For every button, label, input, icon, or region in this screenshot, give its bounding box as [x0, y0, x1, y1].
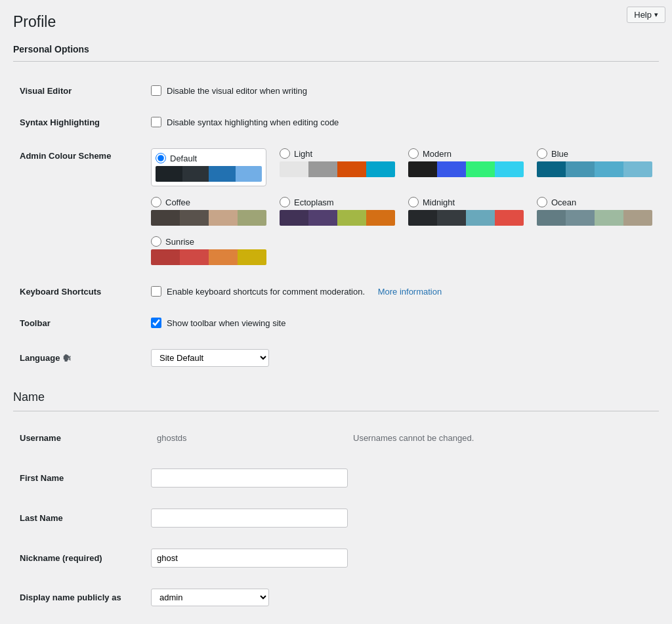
last-name-input[interactable]	[151, 509, 348, 528]
toolbar-row: Toolbar Show toolbar when viewing site	[13, 307, 659, 339]
display-name-select[interactable]: admin ghostds ghost	[151, 589, 269, 606]
scheme-sunrise-radio[interactable]	[151, 236, 161, 247]
visual-editor-checkbox[interactable]	[151, 85, 161, 96]
scheme-coffee-radio[interactable]	[151, 197, 161, 207]
scheme-light-radio[interactable]	[280, 148, 290, 159]
scheme-coffee-swatch	[151, 210, 266, 226]
page-title: Profile	[13, 13, 659, 31]
colour-scheme-grid: Default	[151, 148, 652, 265]
scheme-midnight-name: Midnight	[423, 198, 455, 207]
username-field-row: Usernames cannot be changed.	[151, 428, 652, 447]
username-note: Usernames cannot be changed.	[353, 433, 474, 443]
scheme-blue-swatch	[537, 161, 652, 177]
scheme-ectoplasm[interactable]: Ectoplasm	[280, 197, 395, 226]
scheme-coffee[interactable]: Coffee	[151, 197, 266, 226]
username-label: Username	[13, 418, 144, 458]
scheme-midnight-swatch	[408, 210, 524, 226]
scheme-ectoplasm-name: Ectoplasm	[294, 198, 334, 207]
username-row: Username Usernames cannot be changed.	[13, 418, 659, 458]
toolbar-checkbox-text: Show toolbar when viewing site	[167, 318, 285, 328]
scheme-modern-name: Modern	[423, 149, 452, 159]
admin-colour-scheme-row: Admin Colour Scheme Default	[13, 138, 659, 276]
scheme-midnight-radio[interactable]	[408, 197, 419, 207]
visual-editor-checkbox-text: Disable the visual editor when writing	[167, 86, 307, 96]
scheme-ectoplasm-radio[interactable]	[280, 197, 290, 207]
nickname-label: Nickname (required)	[13, 538, 144, 578]
syntax-highlighting-checkbox[interactable]	[151, 117, 161, 127]
scheme-blue-radio[interactable]	[537, 148, 547, 159]
nickname-row: Nickname (required)	[13, 538, 659, 578]
syntax-highlighting-row: Syntax Highlighting Disable syntax highl…	[13, 106, 659, 138]
scheme-ectoplasm-swatch	[280, 210, 395, 226]
scheme-blue[interactable]: Blue	[537, 148, 652, 186]
language-label-text: Language	[20, 353, 60, 363]
scheme-light-swatch	[280, 161, 395, 177]
language-translate-icon: 🗣	[62, 353, 72, 364]
keyboard-shortcuts-checkbox[interactable]	[151, 286, 161, 297]
scheme-default-radio[interactable]	[156, 153, 166, 163]
language-select[interactable]: Site Default English (UK) English (US) F…	[151, 349, 269, 367]
scheme-ocean[interactable]: Ocean	[537, 197, 652, 226]
visual-editor-checkbox-label[interactable]: Disable the visual editor when writing	[151, 85, 652, 96]
keyboard-shortcuts-more-info-link[interactable]: More information	[378, 287, 442, 297]
display-name-row: Display name publicly as admin ghostds g…	[13, 578, 659, 617]
name-section-table: Username Usernames cannot be changed. Fi…	[13, 418, 659, 617]
scheme-ocean-name: Ocean	[551, 198, 576, 207]
scheme-sunrise-swatch	[151, 249, 266, 265]
language-row: Language 🗣 Site Default English (UK) Eng…	[13, 339, 659, 377]
scheme-midnight[interactable]: Midnight	[408, 197, 524, 226]
last-name-row: Last Name	[13, 498, 659, 538]
name-section-title: Name	[13, 390, 659, 411]
help-button[interactable]: Help	[627, 7, 665, 23]
scheme-default[interactable]: Default	[151, 148, 266, 186]
keyboard-shortcuts-checkbox-text: Enable keyboard shortcuts for comment mo…	[167, 287, 365, 297]
visual-editor-row: Visual Editor Disable the visual editor …	[13, 75, 659, 106]
scheme-default-swatch	[156, 166, 262, 182]
scheme-sunrise-name: Sunrise	[165, 237, 194, 247]
toolbar-label: Toolbar	[13, 307, 144, 339]
first-name-input[interactable]	[151, 468, 348, 488]
last-name-label: Last Name	[13, 498, 144, 538]
scheme-ocean-radio[interactable]	[537, 197, 547, 207]
toolbar-checkbox-label[interactable]: Show toolbar when viewing site	[151, 318, 652, 328]
language-label: Language 🗣	[13, 339, 144, 377]
admin-colour-scheme-label: Admin Colour Scheme	[13, 138, 144, 276]
scheme-blue-name: Blue	[551, 149, 568, 159]
scheme-coffee-name: Coffee	[165, 198, 190, 207]
syntax-highlighting-label: Syntax Highlighting	[13, 106, 144, 138]
page-wrapper: Help Profile Personal Options Visual Edi…	[0, 0, 672, 624]
syntax-highlighting-checkbox-label[interactable]: Disable syntax highlighting when editing…	[151, 117, 652, 127]
scheme-modern[interactable]: Modern	[408, 148, 524, 186]
scheme-light[interactable]: Light	[280, 148, 395, 186]
personal-options-table: Visual Editor Disable the visual editor …	[13, 75, 659, 377]
personal-options-section-title: Personal Options	[13, 44, 659, 62]
scheme-light-name: Light	[294, 149, 312, 159]
visual-editor-label: Visual Editor	[13, 75, 144, 106]
nickname-input[interactable]	[151, 549, 348, 568]
scheme-ocean-swatch	[537, 210, 652, 226]
keyboard-shortcuts-row: Keyboard Shortcuts Enable keyboard short…	[13, 276, 659, 307]
first-name-label: First Name	[13, 458, 144, 498]
scheme-modern-swatch	[408, 161, 524, 177]
username-input	[151, 428, 348, 447]
keyboard-shortcuts-checkbox-label[interactable]: Enable keyboard shortcuts for comment mo…	[151, 286, 652, 297]
keyboard-shortcuts-label: Keyboard Shortcuts	[13, 276, 144, 307]
display-name-label: Display name publicly as	[13, 578, 144, 617]
scheme-modern-radio[interactable]	[408, 148, 419, 159]
first-name-row: First Name	[13, 458, 659, 498]
syntax-highlighting-checkbox-text: Disable syntax highlighting when editing…	[167, 117, 339, 127]
scheme-default-name: Default	[170, 154, 197, 163]
scheme-sunrise[interactable]: Sunrise	[151, 236, 266, 265]
toolbar-checkbox[interactable]	[151, 318, 161, 328]
